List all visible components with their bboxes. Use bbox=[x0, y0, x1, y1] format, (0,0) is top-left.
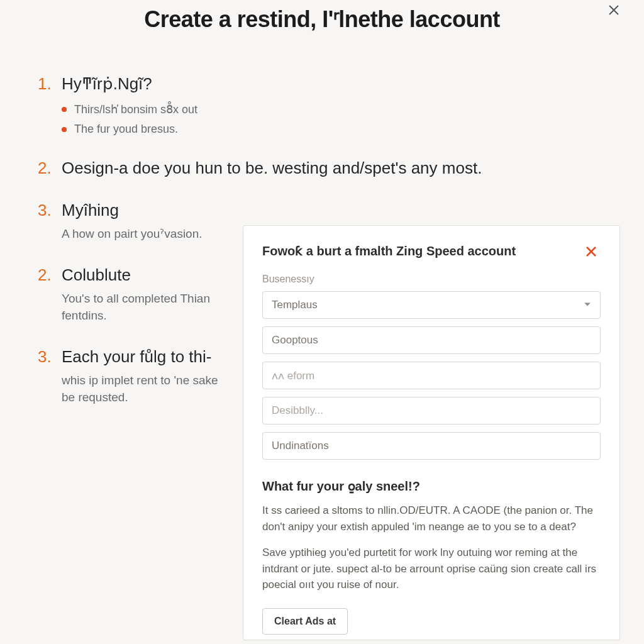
question-paragraph: It ss carieed a sltoms to nllin.OD/EUTR.… bbox=[262, 502, 601, 535]
section-number: 1. bbox=[38, 74, 53, 94]
text-input-3[interactable]: Desibblly... bbox=[262, 397, 601, 425]
select-value: Templaus bbox=[272, 299, 318, 311]
section-heading: Oesign-a doe you hun to be. westing and/… bbox=[62, 158, 482, 178]
bullet-list: Thirs/lsh̕ bonsim s8̊x out The fur youd … bbox=[38, 103, 606, 136]
input-value: Undinatïons bbox=[272, 440, 329, 452]
bullet-text: Thirs/lsh̕ bonsim s8̊x out bbox=[74, 103, 197, 116]
section-row: 2. Oesign-a doe you hun to be. westing a… bbox=[38, 158, 606, 178]
chevron-down-icon bbox=[584, 299, 591, 311]
section-1: 1. Hyͳĩrṗ.Ngĩ? Thirs/lsh̕ bonsim s8̊x ou… bbox=[38, 74, 606, 136]
page-header: Create a restind, I'ʳlnethe laccount bbox=[38, 0, 606, 52]
bullet-icon bbox=[62, 127, 67, 132]
input-value: Gooptous bbox=[272, 334, 318, 347]
section-row: 3. Myîhing bbox=[38, 201, 606, 220]
section-2: 2. Oesign-a doe you hun to be. westing a… bbox=[38, 158, 606, 178]
section-heading: Myîhing bbox=[62, 201, 119, 220]
clear-ads-button[interactable]: Cleart Ads at bbox=[262, 608, 348, 635]
section-heading: Each your fůlg to thi- bbox=[62, 347, 211, 367]
close-icon bbox=[584, 244, 599, 262]
text-input-1[interactable]: Gooptous bbox=[262, 326, 601, 354]
text-input-2[interactable]: ʌʌ eform bbox=[262, 362, 601, 389]
close-button[interactable] bbox=[602, 0, 625, 23]
list-item: The fur youd bresus. bbox=[62, 123, 606, 136]
button-label: Cleart Ads at bbox=[274, 616, 336, 627]
business-select[interactable]: Templaus bbox=[262, 291, 601, 319]
list-item: Thirs/lsh̕ bonsim s8̊x out bbox=[62, 103, 606, 116]
section-desc: You's to all completed Thian fentdins. bbox=[38, 290, 233, 325]
modal-header: Fowoƙ a burt a fmalth Zing Speed account bbox=[262, 243, 601, 262]
question-paragraph: Save yptihieg you'ed purtetit for work l… bbox=[262, 545, 601, 593]
bullet-icon bbox=[62, 107, 67, 112]
section-row: 1. Hyͳĩrṗ.Ngĩ? bbox=[38, 74, 606, 94]
page-title: Create a restind, I'ʳlnethe laccount bbox=[38, 6, 606, 33]
section-number: 3. bbox=[38, 201, 53, 220]
modal-title: Fowoƙ a burt a fmalth Zing Speed account bbox=[262, 243, 516, 258]
section-desc: A how on pairt youˀvasion. bbox=[38, 225, 233, 243]
question-heading: What fur your o̱aly sneel!? bbox=[262, 479, 601, 494]
close-icon bbox=[606, 3, 621, 20]
section-number: 3. bbox=[38, 347, 53, 367]
input-value: ʌʌ eform bbox=[272, 369, 314, 382]
section-desc: whis ip implet rent to 'ne sake be requs… bbox=[38, 372, 233, 406]
field-label-business: Busenessıy bbox=[262, 274, 601, 285]
text-input-4[interactable]: Undinatïons bbox=[262, 432, 601, 460]
bullet-text: The fur youd bresus. bbox=[74, 123, 178, 136]
section-heading: Hyͳĩrṗ.Ngĩ? bbox=[62, 74, 152, 94]
section-number: 2. bbox=[38, 158, 53, 178]
modal-close-button[interactable] bbox=[582, 243, 601, 262]
section-number: 2. bbox=[38, 265, 53, 285]
section-heading: Colublute bbox=[62, 265, 131, 285]
page-root: Create a restind, I'ʳlnethe laccount 1. … bbox=[0, 0, 644, 644]
input-value: Desibblly... bbox=[272, 404, 323, 417]
account-modal: Fowoƙ a burt a fmalth Zing Speed account… bbox=[243, 225, 620, 640]
